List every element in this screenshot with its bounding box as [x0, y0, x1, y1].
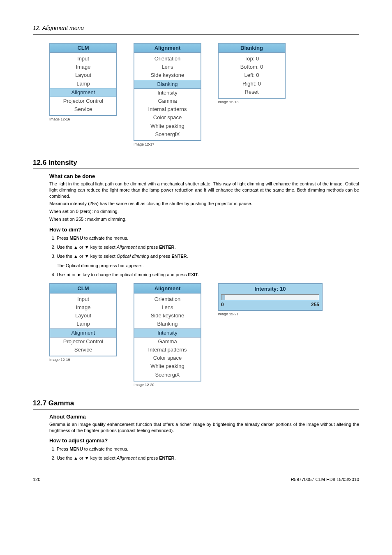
alignment-panel-2-wrap: AlignmentOrientationLensSide keystoneBla…: [134, 283, 201, 387]
p-126-3: When set on 0 (zero): no dimming.: [49, 208, 359, 215]
alignment-panel-1-wrap: AlignmentOrientationLensSide keystoneBla…: [134, 43, 201, 146]
section-126-heading: 12.6 Intensity: [33, 159, 359, 167]
doc-id: R59770057 CLM HD8 15/03/2010: [291, 477, 359, 482]
menu-title: CLM: [50, 284, 116, 294]
section-127-rule: [33, 409, 359, 409]
menu-item[interactable]: Side keystone: [134, 312, 201, 320]
clm-panel-2: CLMInputImageLayoutLampAlignmentProjecto…: [49, 283, 117, 356]
menu-item[interactable]: ScenergiX: [134, 130, 201, 139]
step-126-4: Use ◄ or ► key to change the optical dim…: [57, 271, 359, 279]
header-rule: [33, 34, 359, 35]
blanking-panel-caption: Image 12-18: [218, 100, 286, 104]
footer: 120 R59770057 CLM HD8 15/03/2010: [33, 477, 359, 482]
intensity-slider-fill: [221, 295, 225, 300]
menu-row-1: CLMInputImageLayoutLampAlignmentProjecto…: [49, 43, 359, 146]
sub-how-to-dim: How to dim?: [49, 227, 359, 233]
menu-item[interactable]: White peaking: [134, 122, 201, 130]
sub-about-gamma: About Gamma: [49, 414, 359, 420]
menu-item[interactable]: Lens: [134, 303, 201, 312]
menu-item[interactable]: Layout: [50, 71, 116, 79]
step-126-1: Press MENU to activate the menus.: [57, 234, 359, 243]
menu-item[interactable]: Alignment: [50, 328, 116, 338]
menu-item[interactable]: Left: 0: [219, 71, 285, 79]
menu-item[interactable]: Gamma: [134, 97, 201, 105]
steps-127: Press MENU to activate the menus. Use th…: [49, 445, 359, 462]
p-126-1: The light in the optical light path can …: [49, 181, 359, 199]
menu-item[interactable]: Gamma: [134, 338, 201, 346]
clm-panel-1-caption: Image 12-16: [49, 117, 117, 121]
menu-title: CLM: [50, 44, 116, 53]
steps-126: Press MENU to activate the menus. Use th…: [49, 234, 359, 279]
sub-what-can-be-done: What can be done: [49, 173, 359, 179]
clm-panel-2-wrap: CLMInputImageLayoutLampAlignmentProjecto…: [49, 283, 117, 362]
menu-item[interactable]: White peaking: [134, 362, 201, 370]
p-127-1: Gamma is an image quality enhancement fu…: [49, 421, 359, 434]
p-126-2: Maximum intensity (255) has the same res…: [49, 201, 359, 207]
menu-item[interactable]: Lamp: [50, 320, 116, 328]
alignment-panel-1-caption: Image 12-17: [134, 142, 201, 146]
menu-item[interactable]: Internal patterns: [134, 105, 201, 113]
intensity-slider-caption: Image 12-21: [218, 312, 323, 316]
menu-item[interactable]: Reset: [219, 88, 285, 96]
intensity-slider-panel: Intensity: 10 0 255: [218, 283, 323, 311]
clm-panel-1-wrap: CLMInputImageLayoutLampAlignmentProjecto…: [49, 43, 117, 121]
menu-item[interactable]: Image: [50, 63, 116, 71]
section-126-rule: [33, 169, 359, 169]
menu-item[interactable]: Blanking: [134, 80, 201, 89]
menu-item[interactable]: Internal patterns: [134, 346, 201, 354]
menu-item[interactable]: Layout: [50, 312, 116, 320]
alignment-panel-2: AlignmentOrientationLensSide keystoneBla…: [134, 283, 201, 382]
intensity-slider-wrap: Intensity: 10 0 255 Image 12-21: [218, 283, 323, 316]
menu-item[interactable]: Color space: [134, 354, 201, 362]
sub-how-to-adjust-gamma: How to adjust gamma?: [49, 437, 359, 444]
menu-item[interactable]: ScenergiX: [134, 371, 201, 379]
menu-item[interactable]: Intensity: [134, 328, 201, 338]
chapter-title: 12. Alignment menu: [33, 25, 359, 31]
menu-item[interactable]: Projector Control: [50, 338, 116, 346]
blanking-panel-wrap: BlankingTop: 0Bottom: 0Left: 0Right: 0Re…: [218, 43, 286, 104]
clm-panel-2-caption: Image 12-19: [49, 358, 117, 362]
menu-title: Blanking: [219, 44, 285, 53]
step-126-3: Use the ▲ or ▼ key to select Optical dim…: [57, 252, 359, 271]
page-number: 120: [33, 477, 40, 482]
menu-item[interactable]: Side keystone: [134, 71, 201, 79]
menu-item[interactable]: Input: [50, 295, 116, 303]
menu-item[interactable]: Intensity: [134, 89, 201, 97]
section-127-heading: 12.7 Gamma: [33, 399, 359, 407]
menu-item[interactable]: Orientation: [134, 55, 201, 63]
step-126-2: Use the ▲ or ▼ key to select Alignment a…: [57, 243, 359, 252]
menu-item[interactable]: Right: 0: [219, 80, 285, 88]
blanking-panel: BlankingTop: 0Bottom: 0Left: 0Right: 0Re…: [218, 43, 286, 99]
intensity-slider-bar[interactable]: [221, 294, 319, 300]
menu-item[interactable]: Alignment: [50, 88, 116, 97]
intensity-slider-title: Intensity: 10: [221, 286, 319, 294]
menu-item[interactable]: Service: [50, 105, 116, 113]
menu-item[interactable]: Service: [50, 346, 116, 354]
menu-row-2: CLMInputImageLayoutLampAlignmentProjecto…: [49, 283, 359, 387]
menu-item[interactable]: Image: [50, 303, 116, 312]
intensity-min: 0: [221, 302, 224, 308]
menu-item[interactable]: Projector Control: [50, 97, 116, 105]
menu-item[interactable]: Color space: [134, 113, 201, 122]
alignment-panel-1: AlignmentOrientationLensSide keystoneBla…: [134, 43, 201, 141]
p-126-4: When set on 255 : maximum dimming.: [49, 216, 359, 222]
alignment-panel-2-caption: Image 12-20: [134, 383, 201, 387]
clm-panel-1: CLMInputImageLayoutLampAlignmentProjecto…: [49, 43, 117, 116]
menu-item[interactable]: Orientation: [134, 295, 201, 303]
menu-item[interactable]: Lens: [134, 63, 201, 71]
menu-item[interactable]: Input: [50, 55, 116, 63]
step-127-2: Use the ▲ or ▼ key to select Alignment a…: [57, 454, 359, 462]
menu-item[interactable]: Top: 0: [219, 55, 285, 63]
menu-title: Alignment: [134, 284, 201, 294]
menu-item[interactable]: Bottom: 0: [219, 63, 285, 71]
footer-rule: [33, 475, 359, 475]
intensity-slider-labels: 0 255: [221, 302, 319, 308]
menu-item[interactable]: Lamp: [50, 80, 116, 88]
menu-title: Alignment: [134, 44, 201, 53]
step-127-1: Press MENU to activate the menus.: [57, 445, 359, 453]
menu-item[interactable]: Blanking: [134, 320, 201, 328]
intensity-max: 255: [311, 302, 319, 308]
